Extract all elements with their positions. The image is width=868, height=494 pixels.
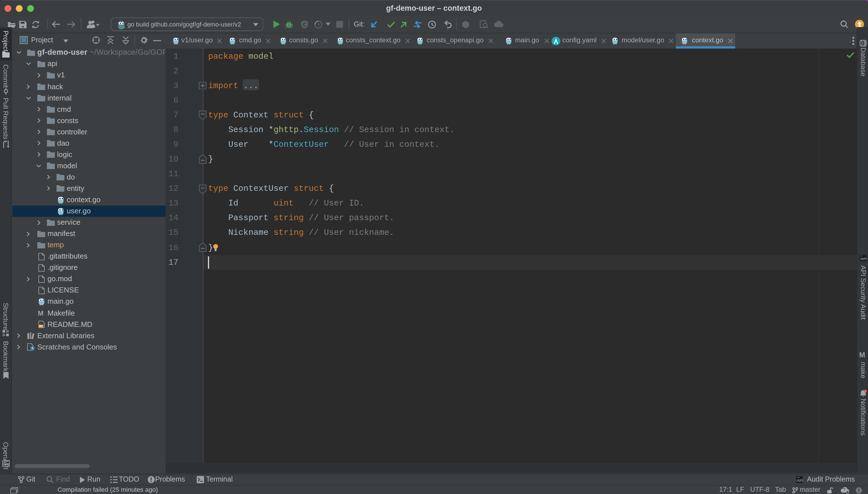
svg-text:/API: /API <box>860 257 866 260</box>
svg-text:/API: /API <box>3 463 9 466</box>
svg-text:/API: /API <box>796 479 803 483</box>
svg-text:?: ? <box>843 487 846 492</box>
